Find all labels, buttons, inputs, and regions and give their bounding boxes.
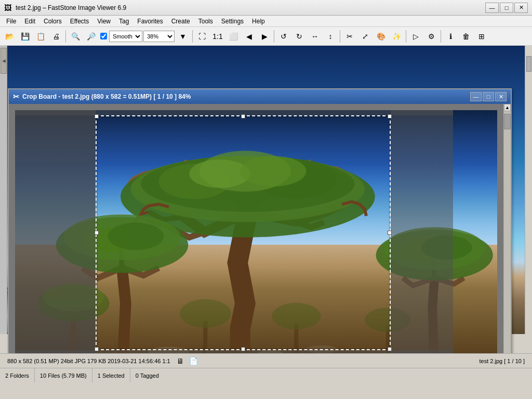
menu-tag[interactable]: Tag — [115, 17, 133, 26]
left-panel-strip: ◀ — [0, 46, 7, 334]
status-monitor-icon: 🖥 — [177, 357, 184, 365]
tb-zoom-select[interactable]: 38% — [143, 31, 175, 42]
toolbar-sep-1 — [65, 30, 66, 43]
tb-rotate-r[interactable]: ↻ — [292, 29, 307, 44]
menu-view[interactable]: View — [93, 17, 115, 26]
crop-window-controls: — □ ✕ — [470, 92, 507, 101]
toolbar-sep-6 — [441, 30, 441, 43]
menu-help[interactable]: Help — [248, 17, 269, 26]
status-bar: 880 x 582 (0.51 MP) 24bit JPG 179 KB 201… — [0, 353, 532, 368]
crop-handle-mr[interactable] — [388, 231, 392, 235]
crop-handle-tr[interactable] — [388, 114, 392, 118]
vscroll-up[interactable]: ▲ — [504, 104, 511, 111]
tb-open[interactable]: 📂 — [2, 29, 17, 44]
tb-print[interactable]: 🖨 — [49, 29, 63, 44]
crop-dialog: ✂ Crop Board - test 2.jpg (880 x 582 = 0… — [8, 88, 512, 353]
panel-toggle[interactable]: ◀ — [1, 48, 7, 74]
tb-color[interactable]: 🎨 — [374, 29, 388, 44]
files-info: 10 Files (5.79 MB) — [35, 368, 92, 382]
tb-save[interactable]: 💾 — [18, 29, 32, 44]
status-print-icon: 📄 — [189, 357, 198, 365]
maximize-button[interactable]: □ — [500, 3, 513, 13]
tb-rotate-l[interactable]: ↺ — [276, 29, 291, 44]
toolbar-sep-5 — [406, 30, 406, 43]
tb-resize[interactable]: ⤢ — [358, 29, 373, 44]
app-icon: 🖼 — [4, 4, 12, 12]
vscroll-thumb[interactable] — [504, 114, 511, 129]
title-bar: 🖼 test 2.jpg – FastStone Image Viewer 6.… — [0, 0, 532, 16]
toolbar-sep-2 — [192, 30, 193, 43]
app-title: test 2.jpg – FastStone Image Viewer 6.9 — [16, 4, 485, 11]
files-label: 10 Files (5.79 MB) — [40, 373, 87, 379]
tb-smooth-check[interactable] — [100, 33, 107, 39]
tb-flip-v[interactable]: ↕ — [323, 29, 338, 44]
crop-titlebar: ✂ Crop Board - test 2.jpg (880 x 582 = 0… — [9, 89, 511, 104]
tb-copy[interactable]: 📋 — [33, 29, 48, 44]
crop-minimize[interactable]: — — [470, 92, 482, 101]
selected-info: 1 Selected — [92, 368, 130, 382]
menu-settings[interactable]: Settings — [217, 17, 248, 26]
tb-delete[interactable]: 🗑 — [459, 29, 473, 44]
tb-fullscreen[interactable]: ⬜ — [226, 29, 241, 44]
tb-crop[interactable]: ✂ — [342, 29, 357, 44]
window-controls: — □ ✕ — [485, 3, 528, 13]
selected-label: 1 Selected — [98, 373, 125, 379]
crop-handle-br[interactable] — [388, 347, 392, 351]
folders-label: 2 Folders — [5, 373, 29, 379]
menu-favorites[interactable]: Favorites — [133, 17, 167, 26]
tb-smooth-select[interactable]: Smooth — [109, 31, 142, 42]
crop-icon: ✂ — [13, 92, 19, 101]
tb-prev[interactable]: ◀ — [242, 29, 256, 44]
tb-slideshow[interactable]: ▷ — [408, 29, 423, 44]
menu-edit[interactable]: Edit — [20, 17, 39, 26]
crop-handle-tl[interactable] — [95, 114, 99, 118]
crop-vscrollbar: ▲ ▼ — [503, 104, 511, 353]
crop-canvas: ▲ ▼ ◀ ▶ — [9, 104, 511, 353]
menu-bar: File Edit Colors Effects View Tag Favori… — [0, 16, 532, 27]
crop-handle-bl[interactable] — [95, 347, 99, 351]
vscroll-track[interactable] — [504, 111, 511, 353]
info-bar: 2 Folders 10 Files (5.79 MB) 1 Selected … — [0, 368, 532, 382]
menu-tools[interactable]: Tools — [194, 17, 217, 26]
minimize-button[interactable]: — — [485, 3, 499, 13]
tb-flip-h[interactable]: ↔ — [308, 29, 322, 44]
toolbar: 📂 💾 📋 🖨 🔍 🔎 Smooth 38% ▼ ⛶ 1:1 ⬜ ◀ ▶ ↺ ↻… — [0, 27, 532, 46]
tb-effects[interactable]: ✨ — [389, 29, 404, 44]
file-name-status: test 2.jpg [ 1 / 10 ] — [476, 357, 528, 365]
tb-info[interactable]: ℹ — [443, 29, 458, 44]
crop-handle-tc[interactable] — [241, 114, 245, 118]
tb-compare[interactable]: ⊞ — [474, 29, 489, 44]
menu-create[interactable]: Create — [167, 17, 194, 26]
folders-info: 2 Folders — [0, 368, 35, 382]
tb-next[interactable]: ▶ — [257, 29, 272, 44]
tb-settings[interactable]: ⚙ — [424, 29, 438, 44]
image-content — [15, 110, 497, 353]
image-area — [9, 104, 503, 353]
crop-maximize[interactable]: □ — [483, 92, 494, 101]
crop-selection-area[interactable] — [96, 115, 391, 350]
menu-effects[interactable]: Effects — [66, 17, 93, 26]
tb-zoom-dropdown[interactable]: ▼ — [176, 29, 190, 44]
menu-file[interactable]: File — [2, 17, 20, 26]
crop-handle-ml[interactable] — [95, 231, 99, 235]
main-vscroll-thumb[interactable] — [526, 56, 531, 72]
menu-colors[interactable]: Colors — [39, 17, 66, 26]
crop-handle-bc[interactable] — [241, 347, 245, 351]
tagged-info: 0 Tagged — [130, 368, 164, 382]
close-button[interactable]: ✕ — [514, 3, 528, 13]
toolbar-sep-4 — [340, 30, 340, 43]
main-vscrollbar[interactable] — [525, 46, 532, 334]
toolbar-sep-3 — [274, 30, 274, 43]
tb-actual[interactable]: 1:1 — [210, 29, 225, 44]
tagged-label: 0 Tagged — [136, 373, 159, 379]
tb-zoom-out[interactable]: 🔎 — [84, 29, 98, 44]
file-dimensions: 880 x 582 (0.51 MP) 24bit JPG 179 KB 201… — [4, 357, 174, 365]
crop-close-btn[interactable]: ✕ — [495, 92, 507, 101]
crop-title: Crop Board - test 2.jpg (880 x 582 = 0.5… — [22, 93, 470, 100]
tb-zoom-in[interactable]: 🔍 — [68, 29, 83, 44]
tb-fit[interactable]: ⛶ — [195, 29, 209, 44]
